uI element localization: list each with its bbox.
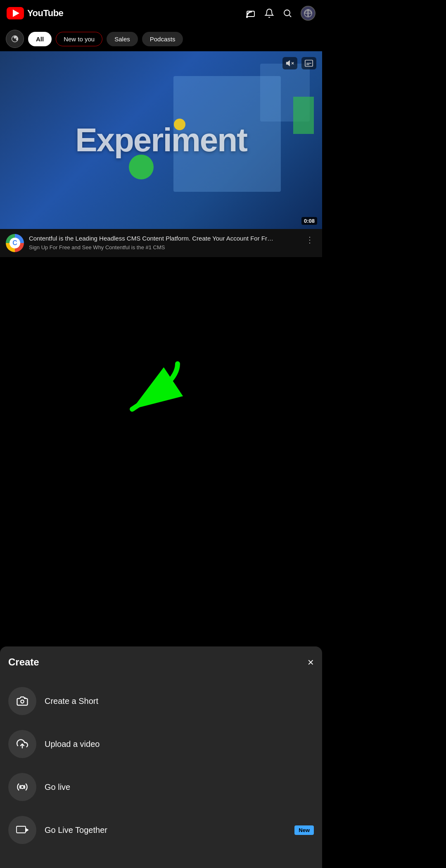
svg-line-3: [289, 15, 291, 17]
create-sheet-header: Create ×: [8, 656, 314, 668]
video-more-options-icon[interactable]: ⋮: [303, 234, 316, 246]
video-thumbnail[interactable]: Experiment 0:08: [0, 51, 322, 229]
bg-green-rect: [293, 97, 314, 134]
filter-bar: All New to you Sales Podcasts: [0, 26, 322, 51]
upload-video-label: Upload a video: [45, 739, 100, 749]
filter-chip-podcasts[interactable]: Podcasts: [142, 32, 183, 46]
filter-chip-explore[interactable]: [6, 30, 24, 48]
filter-chip-new-to-you[interactable]: New to you: [56, 32, 102, 46]
bell-icon[interactable]: [264, 8, 274, 18]
video-overlay-text: Experiment: [75, 121, 247, 159]
thumbnail-controls: [282, 57, 316, 69]
channel-avatar-letter: C: [9, 238, 20, 248]
cast-icon[interactable]: [246, 8, 256, 18]
youtube-logo-icon: [7, 7, 24, 19]
svg-rect-18: [17, 826, 26, 833]
youtube-wordmark: YouTube: [27, 8, 63, 19]
create-bottom-sheet: Create × Create a Short Upload a video: [0, 646, 322, 868]
create-short-label: Create a Short: [45, 696, 98, 706]
svg-marker-8: [287, 61, 290, 66]
video-duration: 0:08: [301, 217, 317, 225]
new-badge: New: [294, 825, 314, 835]
filter-chip-sales[interactable]: Sales: [107, 32, 138, 46]
app-header: YouTube: [0, 0, 322, 26]
go-live-item[interactable]: Go live: [8, 765, 314, 808]
header-icons: [246, 6, 316, 21]
video-title: Contentful is the Leading Headless CMS C…: [29, 234, 298, 243]
video-info: C Contentful is the Leading Headless CMS…: [0, 229, 322, 257]
go-live-icon: [8, 773, 36, 801]
svg-point-1: [247, 17, 248, 18]
go-live-label: Go live: [45, 782, 70, 792]
go-live-together-icon: [8, 816, 36, 844]
filter-chip-all[interactable]: All: [28, 32, 52, 46]
channel-avatar[interactable]: C: [6, 234, 24, 252]
svg-point-17: [21, 785, 24, 789]
go-live-together-item[interactable]: Go Live Together New: [8, 808, 314, 851]
search-icon[interactable]: [282, 8, 292, 18]
video-subtitle: Sign Up For Free and See Why Contentful …: [29, 244, 298, 250]
create-short-item[interactable]: Create a Short: [8, 680, 314, 723]
svg-point-15: [21, 700, 24, 703]
upload-video-item[interactable]: Upload a video: [8, 723, 314, 765]
create-short-icon: [8, 687, 36, 715]
user-avatar[interactable]: [301, 6, 316, 21]
svg-point-2: [284, 10, 290, 16]
play-triangle: [13, 10, 19, 17]
green-arrow-indicator: [107, 360, 190, 419]
upload-video-icon: [8, 730, 36, 758]
close-button[interactable]: ×: [308, 657, 314, 668]
captions-icon[interactable]: [301, 57, 316, 69]
create-sheet-title: Create: [8, 656, 39, 668]
mute-icon[interactable]: [282, 57, 297, 69]
logo-area: YouTube: [7, 7, 63, 19]
video-meta: Contentful is the Leading Headless CMS C…: [29, 234, 298, 250]
go-live-together-label: Go Live Together: [45, 825, 107, 835]
